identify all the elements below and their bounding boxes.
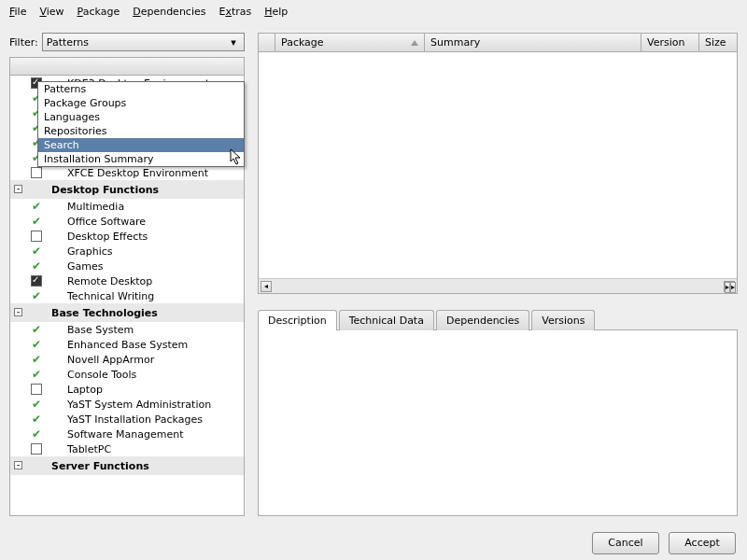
- filter-option[interactable]: Repositories: [38, 124, 244, 138]
- menu-help[interactable]: Help: [264, 6, 288, 18]
- tree-item-label: Software Management: [67, 428, 183, 441]
- filter-row: Filter: Patterns ▾: [9, 33, 245, 51]
- installed-icon[interactable]: ✔: [30, 259, 43, 273]
- tree-group[interactable]: -Desktop Functions: [10, 180, 244, 199]
- tree-item[interactable]: ✔YaST Installation Packages: [10, 412, 244, 427]
- installed-icon[interactable]: ✔: [30, 368, 43, 381]
- tree-item[interactable]: ✔Enhanced Base System: [10, 337, 244, 352]
- installed-icon[interactable]: ✔: [30, 413, 43, 426]
- detail-pane: [258, 329, 738, 516]
- tree-item[interactable]: ✔Games: [10, 259, 244, 273]
- tree-item[interactable]: Desktop Effects: [10, 229, 244, 244]
- col-package[interactable]: Package: [275, 34, 425, 51]
- tab-technical-data[interactable]: Technical Data: [339, 310, 434, 330]
- tree-item[interactable]: ✔Technical Writing: [10, 288, 244, 303]
- installed-icon[interactable]: ✔: [30, 215, 43, 228]
- tree-item-label: XFCE Desktop Environment: [67, 167, 208, 179]
- checkbox-empty-icon[interactable]: [30, 442, 43, 455]
- tree-item-label: Multimedia: [67, 201, 124, 213]
- installed-icon[interactable]: ✔: [30, 353, 43, 366]
- tree-item[interactable]: TabletPC: [10, 441, 244, 456]
- tree-item-label: Enhanced Base System: [67, 339, 188, 351]
- tree-item-label: Laptop: [67, 384, 103, 396]
- installed-icon[interactable]: ✔: [30, 200, 43, 213]
- installed-icon[interactable]: ✔: [30, 398, 43, 411]
- col-size[interactable]: Size: [699, 34, 737, 51]
- tree-group[interactable]: -Server Functions: [10, 456, 244, 475]
- dialog-buttons: Cancel Accept: [592, 532, 736, 554]
- menubar: File View Package Dependencies Extras He…: [0, 0, 747, 23]
- installed-icon[interactable]: ✔: [30, 245, 43, 258]
- menu-file[interactable]: File: [9, 6, 26, 18]
- tree-item-label: Novell AppArmor: [67, 354, 154, 366]
- collapse-icon[interactable]: -: [14, 185, 22, 193]
- col-summary[interactable]: Summary: [425, 34, 641, 51]
- checkbox-empty-icon[interactable]: [30, 383, 43, 396]
- tree-item[interactable]: ✔YaST System Administration: [10, 397, 244, 412]
- tree-item-label: Games: [67, 260, 103, 273]
- installed-icon[interactable]: ✔: [30, 289, 43, 302]
- content: Filter: Patterns ▾ KDE3 Desktop Environm…: [0, 23, 747, 525]
- scroll-left-icon[interactable]: ◂: [261, 281, 272, 292]
- collapse-icon[interactable]: -: [14, 308, 22, 316]
- tree-item-label: Desktop Effects: [67, 231, 148, 243]
- checkbox-empty-icon[interactable]: [30, 166, 43, 179]
- table-header: Package Summary Version Size: [259, 34, 737, 52]
- tree-item[interactable]: Remote Desktop: [10, 273, 244, 288]
- chevron-down-icon: ▾: [227, 36, 240, 49]
- tree-item[interactable]: ✔Console Tools: [10, 367, 244, 382]
- filter-dropdown[interactable]: PatternsPackage GroupsLanguagesRepositor…: [37, 81, 245, 167]
- table-hscroll[interactable]: ◂ ▸▸: [259, 278, 737, 293]
- filter-option[interactable]: Package Groups: [38, 96, 244, 110]
- tree-group-label: Base Technologies: [51, 307, 158, 319]
- installed-icon[interactable]: ✔: [30, 338, 43, 351]
- tab-description[interactable]: Description: [258, 310, 337, 330]
- tree-item-label: TabletPC: [67, 443, 111, 455]
- tree-group-label: Server Functions: [51, 460, 149, 472]
- filter-combo[interactable]: Patterns ▾: [42, 33, 245, 51]
- checkbox-checked-icon[interactable]: [30, 274, 43, 287]
- menu-dependencies[interactable]: Dependencies: [133, 6, 205, 18]
- package-table: Package Summary Version Size ◂ ▸▸: [258, 33, 738, 294]
- menu-package[interactable]: Package: [78, 6, 120, 18]
- tree-item[interactable]: Laptop: [10, 382, 244, 397]
- filter-option[interactable]: Search: [38, 138, 244, 152]
- tree-item[interactable]: ✔Novell AppArmor: [10, 352, 244, 367]
- filter-label: Filter:: [9, 36, 38, 49]
- tree-item[interactable]: ✔Base System: [10, 322, 244, 337]
- tree-item[interactable]: ✔Graphics: [10, 244, 244, 259]
- tree-item[interactable]: ✔Multimedia: [10, 199, 244, 214]
- tree-item-label: Graphics: [67, 245, 113, 258]
- tree-header: [9, 57, 245, 76]
- tree-group[interactable]: -Base Technologies: [10, 303, 244, 322]
- collapse-icon[interactable]: -: [14, 461, 22, 469]
- installed-icon[interactable]: ✔: [30, 323, 43, 336]
- col-status[interactable]: [259, 34, 275, 51]
- cancel-button[interactable]: Cancel: [592, 532, 659, 554]
- menu-extras[interactable]: Extras: [218, 6, 251, 18]
- right-panel: Package Summary Version Size ◂ ▸▸ Descri…: [258, 33, 738, 516]
- tree-item-label: YaST Installation Packages: [67, 413, 203, 426]
- col-version[interactable]: Version: [641, 34, 699, 51]
- tree-item-label: Technical Writing: [67, 290, 154, 302]
- scroll-right-icon[interactable]: ▸: [730, 282, 736, 293]
- installed-icon[interactable]: ✔: [30, 427, 43, 441]
- tree-item-label: Remote Desktop: [67, 275, 152, 287]
- tab-dependencies[interactable]: Dependencies: [436, 310, 529, 330]
- filter-option[interactable]: Languages: [38, 110, 244, 124]
- filter-option[interactable]: Patterns: [38, 82, 244, 96]
- tree-item-label: Office Software: [67, 216, 146, 228]
- tree-item[interactable]: ✔Software Management: [10, 427, 244, 441]
- filter-option[interactable]: Installation Summary: [38, 152, 244, 166]
- tree-item-label: Console Tools: [67, 369, 136, 381]
- checkbox-empty-icon[interactable]: [30, 230, 43, 243]
- tree-group-label: Desktop Functions: [51, 184, 159, 196]
- table-body[interactable]: [259, 52, 737, 278]
- tree-item[interactable]: XFCE Desktop Environment: [10, 165, 244, 180]
- tab-versions[interactable]: Versions: [531, 310, 595, 330]
- filter-combo-value: Patterns: [47, 36, 89, 49]
- detail-tabs: DescriptionTechnical DataDependenciesVer…: [258, 309, 738, 329]
- accept-button[interactable]: Accept: [669, 532, 736, 554]
- tree-item[interactable]: ✔Office Software: [10, 214, 244, 229]
- menu-view[interactable]: View: [39, 6, 63, 18]
